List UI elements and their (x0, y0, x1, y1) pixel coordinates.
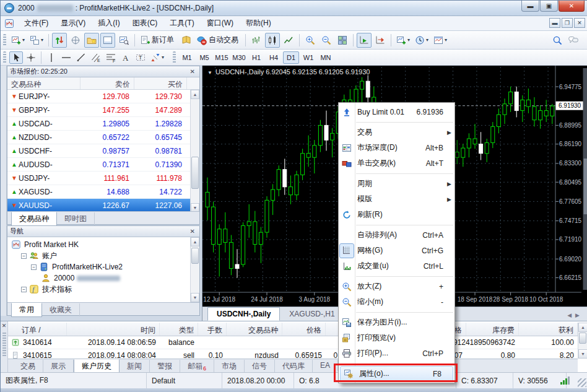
menu-file[interactable]: 文件(F) (18, 16, 54, 30)
menu-window[interactable]: 窗口(W) (201, 16, 240, 30)
menu-help[interactable]: 帮助(H) (240, 16, 277, 30)
context-menu-item-print-preview[interactable]: 打印预览(v) (339, 330, 454, 346)
tree-item-profit-market-hk[interactable]: Profit Market HK (7, 239, 199, 250)
market-row-xagusd[interactable]: ▲XAGUSD-14.68814.722 (7, 185, 199, 199)
chart-bars-button[interactable] (249, 33, 264, 48)
context-menu-item-buy-limit[interactable]: Buy Limit 0.016.91936 (339, 104, 454, 120)
terminal-column-5[interactable]: 价格 (282, 323, 326, 336)
terminal-column-1[interactable]: 时间 (67, 323, 160, 336)
zoom-in-button[interactable] (303, 33, 318, 48)
timeframe-mn[interactable]: MN (318, 51, 334, 64)
zoom-out-button[interactable] (319, 33, 334, 48)
toolbar-grip-2[interactable] (3, 51, 6, 64)
tree-expander-icon[interactable]: − (21, 253, 27, 259)
chart-shift-button[interactable] (373, 33, 388, 48)
market-row-nzdusd[interactable]: ▲NZDUSD-0.657220.65745 (7, 131, 199, 144)
terminal-scrollbar[interactable]: ▲ ▼ (578, 323, 587, 359)
chart-line-button[interactable] (281, 33, 296, 48)
context-menu-item-properties[interactable]: 属性(o)...F8 (340, 366, 453, 381)
market-watch-tab-symbols[interactable]: 交易品种 (11, 212, 57, 226)
market-row-usdchf[interactable]: ▲USDCHF-0.987570.98781 (7, 144, 199, 158)
close-button[interactable]: ✕ (559, 1, 585, 12)
resize-grip[interactable] (578, 378, 586, 387)
market-watch-button[interactable] (52, 33, 67, 48)
toolbar-grip[interactable] (3, 34, 6, 46)
terminal-column-3[interactable]: 手数 (198, 323, 227, 336)
dropdown-arrow-icon[interactable]: ▾ (445, 37, 447, 43)
new-order-button[interactable]: 新订单 (138, 33, 178, 48)
chart-tab-xagusd-h1[interactable]: XAGUSD-,H1 (280, 307, 344, 321)
search-button[interactable] (550, 33, 565, 48)
terminal-tab-exposure[interactable]: 展示 (43, 360, 74, 373)
tree-item-20000[interactable]: 20000 (7, 272, 199, 284)
context-menu-item-print[interactable]: 打印(P)...Ctrl+P (339, 346, 454, 361)
tree-expander-icon[interactable]: − (31, 264, 37, 270)
horizontal-line-button[interactable] (59, 51, 73, 64)
new-chart-button[interactable]: ▾ (9, 33, 27, 48)
dropdown-arrow-icon[interactable]: ▾ (41, 37, 43, 43)
terminal-column-4[interactable]: 交易品种 (227, 323, 282, 336)
navigator-button[interactable] (84, 33, 99, 48)
tree-item-profitmarkethk-live2[interactable]: −ProfitMarketHK-Live2 (7, 261, 199, 272)
vertical-line-button[interactable] (45, 51, 58, 64)
tree-item--[interactable]: −f技术指标 (7, 284, 199, 295)
dropdown-arrow-icon[interactable]: ▾ (22, 37, 25, 43)
context-menu-item-zoom-out[interactable]: 缩小(m)- (339, 294, 454, 310)
fibonacci-button[interactable]: F (104, 51, 118, 64)
terminal-tab-experts[interactable]: EA (313, 360, 338, 371)
dropdown-arrow-icon[interactable]: ▾ (426, 37, 428, 43)
status-profile[interactable]: Default (147, 373, 222, 388)
templates-button[interactable]: ▾ (432, 33, 449, 48)
tree-item--[interactable]: −账户 (7, 250, 199, 261)
terminal-column-10[interactable]: 获利 (519, 323, 578, 336)
toolbar-grip-3[interactable] (173, 51, 176, 64)
navigator-tab-favorites[interactable]: 收藏夹 (42, 303, 80, 316)
timeframe-m5[interactable]: M5 (196, 51, 212, 64)
tree-expander-icon[interactable]: − (21, 287, 27, 292)
context-menu-item-zoom-in[interactable]: 放大(Z)+ (339, 279, 454, 294)
dropdown-arrow-icon[interactable]: ▾ (407, 37, 410, 43)
column-symbol[interactable]: 交易品种 (7, 77, 80, 89)
child-minimize-button[interactable]: ▬ (549, 18, 560, 28)
terminal-scroll-down-icon[interactable]: ▼ (578, 349, 587, 359)
terminal-column-2[interactable]: 类型 (160, 323, 198, 336)
column-bid[interactable]: 卖价 (80, 77, 134, 89)
menu-insert[interactable]: 插入(I) (92, 16, 126, 30)
market-watch-close-icon[interactable]: ✕ (188, 68, 197, 75)
menu-view[interactable]: 显示(V) (54, 16, 92, 30)
indicators-list-button[interactable]: ▾ (394, 33, 412, 48)
dock-grip-strip[interactable] (1, 66, 7, 316)
terminal-dock-strip[interactable]: ✕ (1, 321, 8, 373)
market-row-usdcad[interactable]: ▲USDCAD-1.298051.29828 (7, 117, 199, 131)
context-menu-item-trading[interactable]: 交易▶ (339, 124, 454, 140)
timeframe-d1[interactable]: D1 (283, 51, 299, 64)
timeframe-h1[interactable]: H1 (248, 51, 264, 64)
market-row-xauusd[interactable]: ▼XAUUSD-1226.671227.06 (7, 199, 199, 212)
terminal-tab-code-base[interactable]: 代码库 (275, 360, 313, 373)
context-menu-item-depth-of-market[interactable]: 市场深度(D)Alt+B (339, 140, 454, 155)
context-menu-item-auto-arrange[interactable]: 自动排列(A)Ctrl+A (339, 227, 454, 243)
context-menu-item-volumes[interactable]: 成交量(u)Ctrl+L (339, 258, 454, 274)
terminal-tab-signals[interactable]: 信号 (245, 360, 275, 373)
chart-tab-usdcnh-daily[interactable]: USDCNH-,Daily (207, 307, 280, 321)
terminal-tab-trade[interactable]: 交易 (13, 360, 43, 373)
context-menu-item-periods[interactable]: 周期▶ (339, 176, 454, 191)
market-row-gbpjpy[interactable]: ▼GBPJPY-147.255147.289 (7, 103, 199, 117)
chart-candles-button[interactable] (265, 33, 280, 48)
navigator-scrollbar[interactable]: ▲ ▼ (190, 237, 199, 302)
chat-button[interactable] (566, 33, 581, 48)
text-label-button[interactable]: T (134, 51, 147, 64)
autotrading-button[interactable]: 自动交易 (195, 33, 242, 48)
auto-scroll-button[interactable] (357, 33, 372, 48)
metaeditor-button[interactable] (179, 33, 194, 48)
terminal-tab-account-history[interactable]: 账户历史 (74, 359, 120, 373)
arrows-button[interactable]: ▾ (149, 51, 166, 64)
market-watch-scrollbar[interactable]: ▲ ▼ (190, 90, 199, 212)
context-menu-item-grid[interactable]: 网格(G)Ctrl+G (339, 243, 454, 258)
data-window-button[interactable] (68, 33, 83, 48)
terminal-button[interactable] (100, 33, 115, 48)
scroll-up-icon[interactable]: ▲ (191, 90, 199, 99)
navigator-tab-common[interactable]: 常用 (11, 303, 42, 317)
terminal-tab-news[interactable]: 新闻 (120, 360, 150, 373)
terminal-tab-market[interactable]: 市场 (214, 360, 245, 373)
